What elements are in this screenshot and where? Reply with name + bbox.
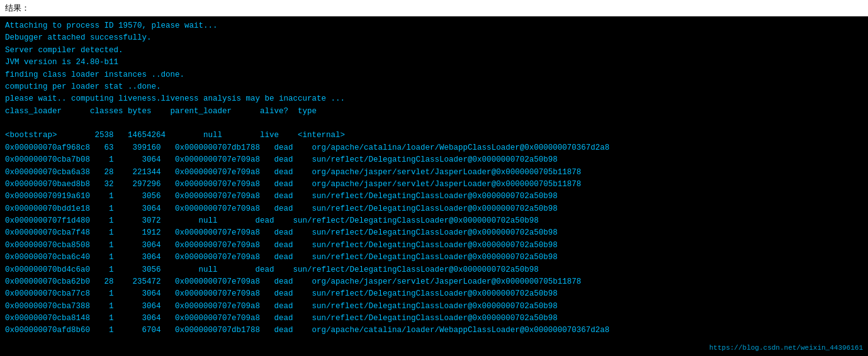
terminal: Attaching to process ID 19570, please wa…: [0, 16, 868, 356]
result-label: 结果：: [0, 0, 868, 16]
terminal-content: Attaching to process ID 19570, please wa…: [5, 20, 863, 337]
watermark: https://blog.csdn.net/weixin_44396161: [709, 343, 863, 353]
